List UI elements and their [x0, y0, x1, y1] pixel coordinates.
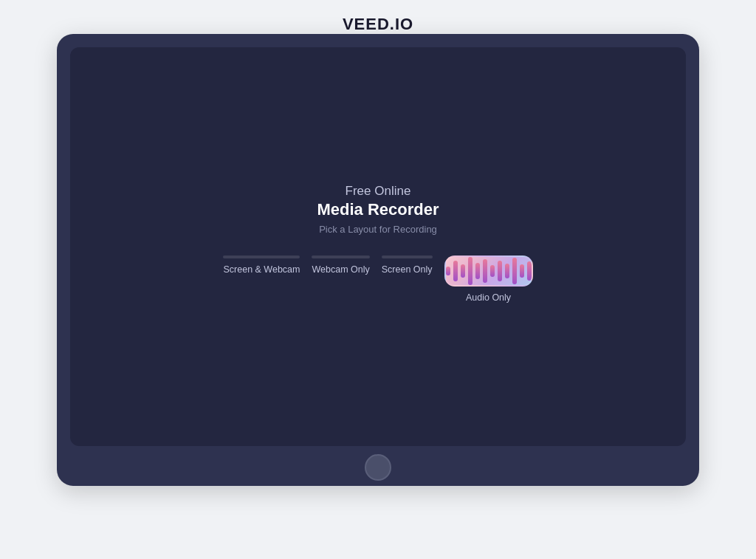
- audio-waveform: [446, 257, 532, 285]
- wave-bar: [453, 261, 458, 281]
- media-recorder-label: Media Recorder: [317, 200, 439, 219]
- option-screen-only[interactable]: Screen Only: [382, 256, 433, 275]
- monitor-container: Free Online Media Recorder Pick a Layout…: [57, 34, 699, 486]
- wave-bar: [505, 264, 509, 278]
- pick-layout-label: Pick a Layout for Recording: [317, 224, 439, 235]
- option-label-audio-only: Audio Only: [466, 292, 511, 303]
- wave-bar: [468, 257, 472, 285]
- thumb-screen: [382, 256, 433, 258]
- thumb-screen-webcam: [223, 256, 300, 258]
- wave-bar: [520, 264, 524, 278]
- option-screen-webcam[interactable]: Screen & Webcam: [223, 256, 300, 275]
- monitor-chin: [70, 449, 686, 486]
- wave-bar: [461, 264, 465, 278]
- app-logo: VEED.IO: [343, 15, 413, 33]
- wave-bar: [483, 259, 487, 283]
- wave-bar: [512, 258, 517, 284]
- thumb-webcam: [312, 256, 369, 258]
- wave-bar: [475, 263, 480, 279]
- option-webcam-only[interactable]: Webcam Only: [312, 256, 369, 275]
- wave-bar: [490, 265, 495, 277]
- wave-bar: [498, 261, 502, 281]
- option-label-screen-only: Screen Only: [382, 264, 433, 275]
- monitor-power-button[interactable]: [365, 454, 391, 481]
- free-online-label: Free Online: [317, 184, 439, 199]
- options-row: Screen & Webcam Webcam Only Screen Only …: [223, 256, 532, 303]
- option-label-webcam-only: Webcam Only: [312, 264, 369, 275]
- thumb-audio: [444, 256, 533, 287]
- wave-bar: [527, 261, 532, 281]
- option-audio-only[interactable]: Audio Only: [444, 256, 533, 303]
- app-title-bar: VEED.IO: [343, 15, 413, 34]
- monitor-screen: Free Online Media Recorder Pick a Layout…: [70, 47, 686, 446]
- option-label-screen-webcam: Screen & Webcam: [223, 264, 300, 275]
- wave-bar: [446, 267, 450, 275]
- title-section: Free Online Media Recorder Pick a Layout…: [317, 184, 439, 235]
